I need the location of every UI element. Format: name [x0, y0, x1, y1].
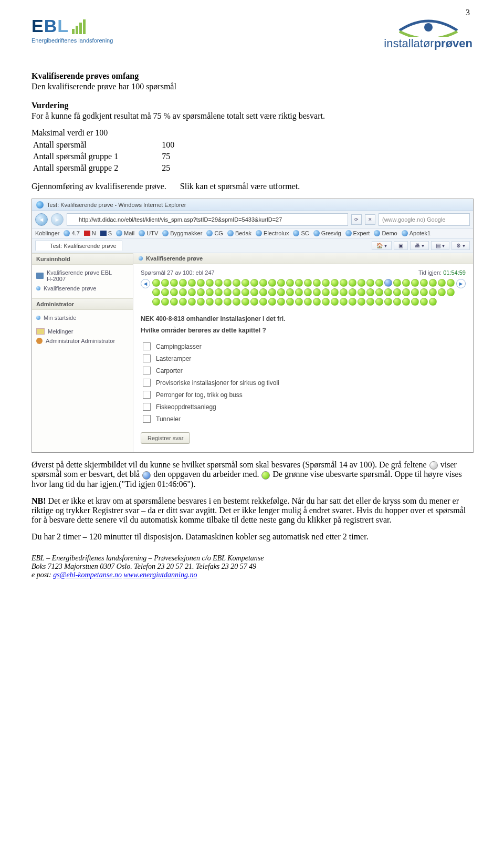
question-dot[interactable]	[402, 279, 410, 287]
favorite-link[interactable]: CG	[206, 230, 223, 236]
favorite-link[interactable]: SC	[293, 230, 309, 236]
question-dot[interactable]	[295, 288, 303, 296]
question-dot[interactable]	[179, 298, 187, 306]
refresh-button[interactable]: ⟳	[351, 214, 362, 225]
question-dot[interactable]	[366, 298, 374, 306]
question-dot[interactable]	[277, 288, 285, 296]
question-dot[interactable]	[304, 279, 312, 287]
question-dot[interactable]	[420, 288, 428, 296]
tools-button[interactable]: ⚙▾	[452, 241, 470, 250]
question-dot[interactable]	[197, 279, 205, 287]
question-dot[interactable]	[250, 298, 258, 306]
question-dot[interactable]	[322, 279, 330, 287]
question-dot[interactable]	[393, 298, 401, 306]
question-dot[interactable]	[188, 298, 196, 306]
footer-email-link[interactable]: gs@ebl-kompetanse.no	[53, 571, 122, 579]
question-dot[interactable]	[313, 288, 321, 296]
question-dot[interactable]	[268, 298, 276, 306]
question-dot[interactable]	[215, 288, 223, 296]
question-dot[interactable]	[233, 279, 240, 287]
favorite-link[interactable]: Gresvig	[313, 230, 341, 236]
question-dot[interactable]	[322, 298, 330, 306]
home-button[interactable]: 🏠▾	[372, 241, 392, 250]
question-dot[interactable]	[233, 298, 240, 306]
checkbox[interactable]	[143, 379, 151, 387]
question-dot[interactable]	[250, 288, 258, 296]
question-dot[interactable]	[349, 298, 356, 306]
question-dot[interactable]	[268, 288, 276, 296]
answer-option[interactable]: Tunneler	[143, 413, 466, 425]
question-dot[interactable]	[393, 288, 401, 296]
question-dot[interactable]	[286, 279, 294, 287]
stop-button[interactable]: ✕	[365, 214, 375, 225]
question-dot[interactable]	[304, 298, 312, 306]
question-dot[interactable]	[420, 298, 428, 306]
back-button[interactable]: ◄	[35, 213, 48, 226]
question-dot[interactable]	[384, 279, 392, 287]
question-dot[interactable]	[411, 298, 419, 306]
question-dot[interactable]	[331, 279, 339, 287]
question-dot[interactable]	[384, 298, 392, 306]
question-dot[interactable]	[322, 288, 330, 296]
sidebar-item-startside[interactable]: Min startside	[36, 313, 129, 322]
checkbox[interactable]	[143, 403, 151, 411]
question-dot[interactable]	[295, 298, 303, 306]
question-dot[interactable]	[152, 279, 160, 287]
question-dot[interactable]	[358, 298, 365, 306]
favorite-link[interactable]: Mail	[116, 230, 134, 236]
register-answer-button[interactable]: Registrer svar	[141, 432, 190, 444]
question-dot[interactable]	[438, 279, 446, 287]
checkbox[interactable]	[143, 355, 151, 362]
question-dot[interactable]	[375, 298, 383, 306]
answer-option[interactable]: Lasteramper	[143, 352, 466, 365]
sidebar-item-meldinger[interactable]: Meldinger	[36, 327, 129, 336]
question-dot[interactable]	[170, 279, 178, 287]
question-dot[interactable]	[197, 288, 205, 296]
question-dot[interactable]	[366, 288, 374, 296]
question-dot[interactable]	[447, 279, 455, 287]
question-dot[interactable]	[358, 288, 365, 296]
sidebar-item-kvalifiserende[interactable]: Kvalifiserende prøve	[36, 284, 129, 293]
question-dot[interactable]	[286, 298, 294, 306]
question-dot[interactable]	[331, 298, 339, 306]
question-dot[interactable]	[313, 279, 321, 287]
search-input[interactable]: (www.google.no) Google	[379, 213, 470, 226]
question-dot[interactable]	[215, 298, 223, 306]
question-dot[interactable]	[304, 288, 312, 296]
question-dot[interactable]	[242, 279, 249, 287]
question-dot[interactable]	[224, 279, 232, 287]
question-dot[interactable]	[286, 288, 294, 296]
question-dot[interactable]	[277, 298, 285, 306]
question-dot[interactable]	[161, 288, 169, 296]
forward-button[interactable]: ►	[51, 213, 64, 226]
favorite-link[interactable]: 4.7	[64, 230, 79, 236]
checkbox[interactable]	[143, 391, 151, 399]
answer-option[interactable]: Carporter	[143, 365, 466, 377]
question-dot[interactable]	[295, 279, 303, 287]
checkbox[interactable]	[143, 415, 151, 423]
sidebar-item-kvalifiserende-ebl[interactable]: Kvalifiserende prøve EBL H-2007	[36, 268, 129, 284]
question-dot[interactable]	[438, 288, 446, 296]
question-dot[interactable]	[402, 288, 410, 296]
footer-web-link[interactable]: www.energiutdanning.no	[123, 571, 197, 579]
checkbox[interactable]	[143, 367, 151, 374]
browser-tab[interactable]: Test: Kvalifiserende prøve	[35, 241, 122, 251]
question-dot[interactable]	[224, 298, 232, 306]
question-dot[interactable]	[429, 288, 437, 296]
favorite-link[interactable]: Demo	[374, 230, 397, 236]
checkbox[interactable]	[143, 342, 151, 350]
question-dot[interactable]	[358, 279, 365, 287]
question-dot[interactable]	[259, 279, 267, 287]
question-dot[interactable]	[366, 279, 374, 287]
question-dot[interactable]	[411, 279, 419, 287]
favorite-link[interactable]: N	[84, 230, 96, 236]
question-dot[interactable]	[259, 288, 267, 296]
question-dot[interactable]	[340, 298, 348, 306]
question-dot[interactable]	[161, 298, 169, 306]
question-dot[interactable]	[206, 288, 214, 296]
question-dot[interactable]	[152, 288, 160, 296]
question-dot[interactable]	[349, 279, 356, 287]
favorite-link[interactable]: Electrolux	[256, 230, 289, 236]
question-dot[interactable]	[384, 288, 392, 296]
question-dot[interactable]	[259, 298, 267, 306]
